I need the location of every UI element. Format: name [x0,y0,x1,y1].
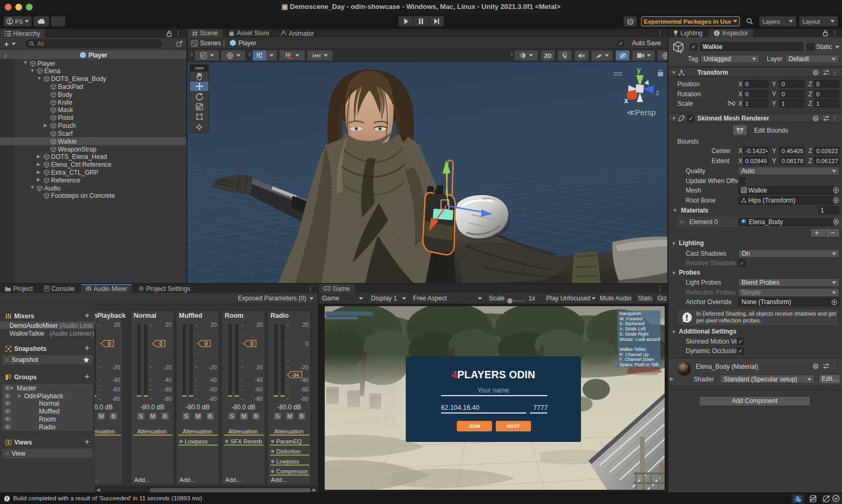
svg-text:?: ? [815,70,818,75]
svg-text:?: ? [815,116,818,121]
svg-text:≪Persp: ≪Persp [627,108,656,117]
svg-text:0: 0 [108,341,111,347]
svg-text:0: 0 [250,341,254,347]
svg-text:y: y [637,66,641,74]
svg-text:-34: -34 [292,372,299,378]
svg-text:0: 0 [159,341,163,347]
svg-text:0: 0 [205,341,208,347]
svg-text:?: ? [815,364,818,369]
svg-text:Y: Y [260,56,263,59]
svg-text:z: z [656,88,659,97]
